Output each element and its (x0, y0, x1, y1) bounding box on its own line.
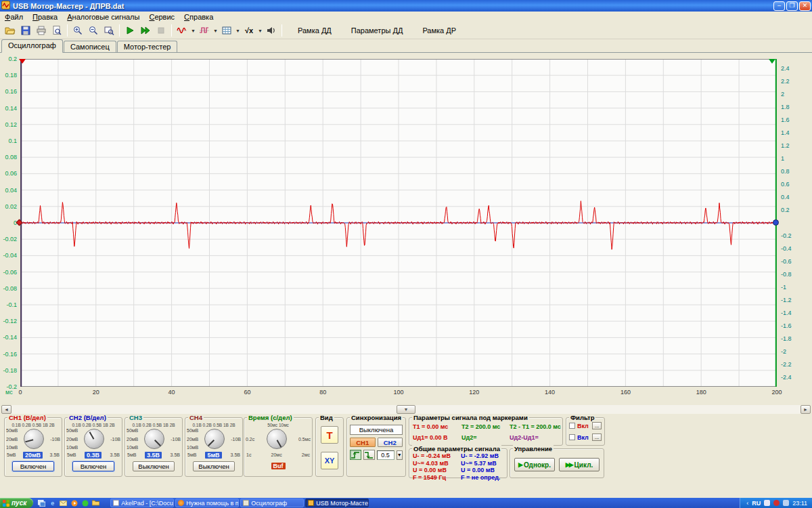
y-axis-tick-left: 0.04 (0, 187, 17, 194)
save-button[interactable] (18, 24, 33, 38)
view-xy-button[interactable]: XY (321, 452, 338, 469)
sqrt-dropdown-icon[interactable]: ▼ (257, 28, 263, 33)
knob-pointer (154, 440, 161, 446)
filter-ch1-checkbox[interactable] (569, 423, 575, 429)
print-button[interactable] (34, 24, 49, 38)
falling-edge-button[interactable] (363, 450, 375, 460)
mail-icon[interactable] (59, 499, 68, 507)
channel-gain-knob[interactable] (84, 429, 104, 449)
clock[interactable]: 23:11 (792, 500, 807, 507)
task-browser[interactable]: Нужна помощь в по... (175, 499, 239, 507)
zoom-out-button[interactable] (86, 24, 101, 38)
start-button[interactable]: пуск (0, 498, 33, 508)
zoom-in-button[interactable] (70, 24, 85, 38)
channel-controls: CH1 (В/дел) 0.1В 0.2В 0.5В 1В 2В 50мВ 20… (4, 417, 243, 477)
task-akelpad[interactable]: AkelPad - [C:\Docum... (110, 499, 174, 507)
view-time-button[interactable]: Т (321, 426, 338, 444)
filter-ch2-checkbox[interactable] (569, 434, 575, 440)
menu-file[interactable]: Файл (0, 12, 28, 22)
channel-state-button[interactable]: Выключен (193, 461, 235, 471)
cursor-t1-marker-icon[interactable] (19, 59, 26, 64)
channel-state-button[interactable]: Включен (72, 461, 114, 471)
stop-button[interactable] (154, 24, 168, 38)
window-title: USB Мотор-Мастер - ДПРВ.dat (13, 2, 773, 10)
filter-ch2-more-button[interactable]: ... (592, 433, 602, 441)
scrollbar-track[interactable]: ▼ (12, 405, 800, 414)
grid-button[interactable] (219, 24, 234, 38)
tab-oscilloscope[interactable]: Осциллограф (1, 39, 63, 53)
channel-gain-knob[interactable] (204, 429, 225, 449)
channel-gain-knob[interactable] (144, 429, 164, 449)
timebase-knob[interactable] (267, 429, 287, 449)
internet-explorer-icon[interactable]: e (48, 499, 57, 507)
task-usb-motor-master[interactable]: USB Мотор-Мастер (305, 499, 369, 507)
menu-help[interactable]: Справка (179, 12, 218, 22)
filter-ch1-more-button[interactable]: ... (592, 422, 602, 429)
media-player-icon[interactable] (70, 499, 78, 507)
sync-level-dropdown-icon[interactable]: ▼ (397, 450, 403, 460)
waveform-2-button[interactable] (197, 24, 212, 38)
scrollbar-thumb[interactable]: ▼ (397, 405, 415, 414)
tab-motor-tester[interactable]: Мотор-тестер (117, 41, 178, 52)
maximize-button[interactable]: ❐ (786, 1, 798, 11)
show-desktop-icon[interactable] (37, 499, 46, 507)
waveform-1-dropdown-icon[interactable]: ▼ (190, 28, 196, 33)
ch2-zero-marker-icon[interactable] (773, 219, 779, 226)
channel-group: CH3 0.1В 0.2В 0.5В 1В 2В 50мВ 20мВ 10мВ … (125, 417, 183, 477)
y-axis-tick-right: 2.2 (781, 78, 790, 85)
oscilloscope-plot[interactable] (20, 59, 777, 387)
speaker-button[interactable] (264, 24, 279, 38)
y-axis-tick-right: 1.2 (781, 142, 790, 149)
shield-icon[interactable] (773, 500, 780, 506)
tray-expand-icon[interactable]: ‹ (746, 500, 748, 507)
y-axis-tick-left: 0.06 (0, 170, 17, 177)
cycle-run-button[interactable]: ▶▶ Цикл. (559, 458, 600, 471)
folder-icon[interactable] (91, 499, 100, 507)
x-axis-tick: 120 (469, 389, 479, 396)
sync-level-input[interactable] (377, 450, 394, 460)
sync-ch2-button[interactable]: CH2 (378, 438, 403, 447)
channel-state-button[interactable]: Включен (12, 461, 54, 471)
channel-scale-value: 0.3В (85, 452, 102, 459)
language-indicator[interactable]: RU (752, 500, 761, 507)
minimize-button[interactable]: – (773, 1, 785, 11)
rising-edge-button[interactable] (350, 450, 361, 460)
close-button[interactable]: ✕ (799, 1, 811, 11)
zoom-window-button[interactable] (102, 24, 116, 38)
channel-gain-knob[interactable] (24, 429, 44, 449)
usb-icon[interactable] (783, 500, 789, 506)
params-dd-button[interactable]: Параметры ДД (345, 24, 409, 37)
messenger-icon[interactable] (81, 499, 89, 507)
single-run-button[interactable]: ▶ Однокр. (514, 458, 555, 471)
toolbar-separator (67, 24, 68, 37)
sync-off-button[interactable]: Выключена (350, 425, 403, 435)
y-axis-tick-left: 0.14 (0, 105, 17, 112)
channel-state-button[interactable]: Выключен (133, 461, 175, 471)
y-axis-tick-right: -1.2 (781, 297, 792, 303)
task-oscillograph[interactable]: Осцилограф (240, 499, 304, 507)
frame-dd-button[interactable]: Рамка ДД (292, 24, 338, 37)
grid-dropdown-icon[interactable]: ▼ (235, 28, 241, 33)
toolbar-separator (119, 24, 120, 37)
sqrt-button[interactable]: √x (242, 24, 256, 38)
cursor-t2-marker-icon[interactable] (769, 59, 775, 64)
sync-ch1-button[interactable]: CH1 (350, 438, 376, 447)
y-axis-tick-left: -0.1 (0, 301, 17, 308)
start-cycle-button[interactable] (138, 24, 153, 38)
control-panel: CH1 (В/дел) 0.1В 0.2В 0.5В 1В 2В 50мВ 20… (0, 415, 812, 481)
scroll-left-arrow-icon[interactable]: ◄ (1, 405, 12, 414)
print-preview-button[interactable] (49, 24, 64, 38)
open-button[interactable] (3, 24, 18, 38)
menu-analog-signals[interactable]: Аналоговые сигналы (62, 12, 144, 22)
waveform-1-button[interactable] (175, 24, 189, 38)
tab-recorder[interactable]: Самописец (64, 41, 116, 52)
frame-dr-button[interactable]: Рамка ДР (416, 24, 462, 37)
horizontal-scrollbar[interactable]: ◄ ▼ ► (1, 405, 811, 414)
volume-icon[interactable] (764, 500, 770, 506)
waveform-2-dropdown-icon[interactable]: ▼ (212, 28, 219, 33)
y-axis-tick-right: 0.4 (781, 194, 790, 200)
scroll-right-arrow-icon[interactable]: ► (800, 405, 811, 414)
start-single-button[interactable] (122, 24, 137, 38)
menu-edit[interactable]: Правка (28, 12, 62, 22)
menu-service[interactable]: Сервис (144, 12, 179, 22)
